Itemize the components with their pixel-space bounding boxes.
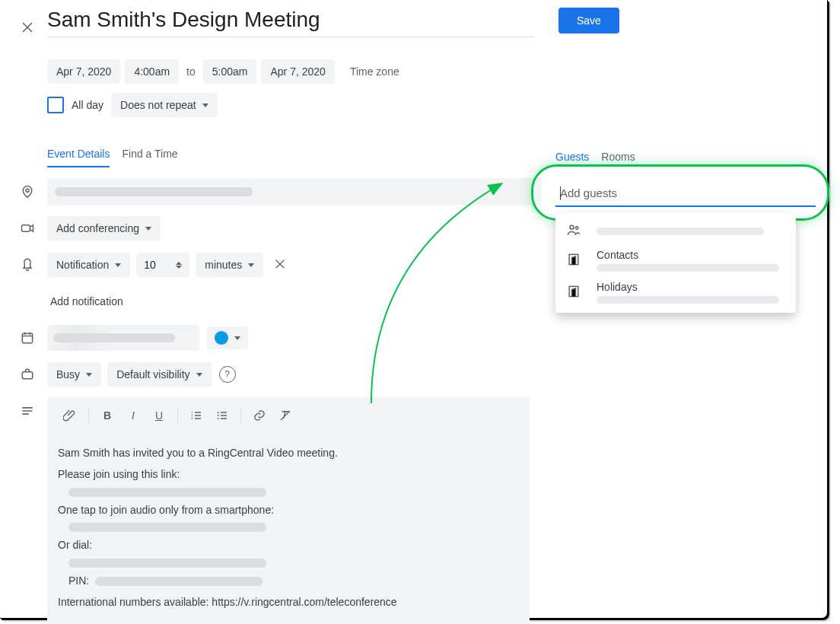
briefcase-icon xyxy=(14,361,41,388)
room-icon xyxy=(566,252,584,269)
svg-point-8 xyxy=(218,415,219,416)
italic-button[interactable]: I xyxy=(121,403,145,428)
svg-rect-3 xyxy=(22,372,32,379)
calendar-icon xyxy=(14,324,41,352)
chevron-down-icon xyxy=(234,336,240,340)
svg-point-10 xyxy=(570,225,574,229)
location-input[interactable] xyxy=(47,178,542,205)
bulleted-list-button[interactable] xyxy=(210,403,234,428)
desc-line: International numbers available: https:/… xyxy=(58,594,519,610)
event-title-input[interactable]: Sam Smith's Design Meeting xyxy=(47,8,534,37)
remove-notification-button[interactable] xyxy=(269,253,291,277)
start-time-field[interactable]: 4:00am xyxy=(125,59,179,84)
desc-line: Please join using this link: xyxy=(58,466,519,482)
timezone-link[interactable]: Time zone xyxy=(350,65,399,78)
end-date-field[interactable]: Apr 7, 2020 xyxy=(261,59,334,84)
event-color-select[interactable] xyxy=(207,326,248,349)
guest-suggestions-dropdown: Contacts Holidays xyxy=(555,213,796,313)
add-guests-input[interactable] xyxy=(555,180,816,207)
availability-label: Busy xyxy=(56,368,80,380)
suggestion-label: Contacts xyxy=(597,249,785,261)
suggestion-item[interactable]: Holidays xyxy=(555,276,796,308)
end-time-field[interactable]: 5:00am xyxy=(203,59,257,84)
close-button[interactable] xyxy=(12,12,43,43)
pin-label: PIN: xyxy=(68,575,89,587)
svg-point-0 xyxy=(26,189,29,192)
start-date-field[interactable]: Apr 7, 2020 xyxy=(47,59,120,84)
desc-line: Or dial: xyxy=(58,536,519,553)
notification-value-stepper[interactable]: 10 xyxy=(136,253,189,277)
location-icon xyxy=(14,178,41,205)
recurrence-label: Does not repeat xyxy=(120,99,196,111)
suggestion-item[interactable] xyxy=(555,218,796,244)
numbered-list-button[interactable]: 123 xyxy=(184,403,208,428)
stepper-arrows xyxy=(176,262,182,269)
visibility-select[interactable]: Default visibility xyxy=(107,362,211,387)
add-conferencing-label: Add conferencing xyxy=(56,222,139,234)
add-conferencing-select[interactable]: Add conferencing xyxy=(47,216,161,240)
suggestion-label: Holidays xyxy=(597,281,785,293)
text-cursor xyxy=(560,186,561,200)
all-day-label: All day xyxy=(72,99,103,111)
notification-unit-label: minutes xyxy=(205,259,242,271)
visibility-label: Default visibility xyxy=(116,368,189,380)
chevron-down-icon xyxy=(115,263,121,267)
chevron-down-icon xyxy=(145,227,151,231)
video-icon xyxy=(14,215,41,242)
notification-value: 10 xyxy=(144,259,156,271)
underline-button[interactable]: U xyxy=(147,403,171,428)
notification-type-select[interactable]: Notification xyxy=(47,253,130,277)
svg-rect-2 xyxy=(22,333,32,343)
recurrence-select[interactable]: Does not repeat xyxy=(111,93,218,117)
chevron-down-icon xyxy=(196,373,202,377)
tab-guests[interactable]: Guests xyxy=(555,146,589,167)
event-color-swatch xyxy=(215,331,228,345)
link-button[interactable] xyxy=(247,403,272,428)
chevron-down-icon xyxy=(248,263,254,267)
svg-rect-1 xyxy=(22,225,30,231)
calendar-select[interactable] xyxy=(47,325,199,351)
notification-type-label: Notification xyxy=(56,259,109,271)
description-content[interactable]: Sam Smith has invited you to a RingCentr… xyxy=(47,434,530,624)
description-icon xyxy=(14,397,41,425)
tab-find-time[interactable]: Find a Time xyxy=(122,142,177,167)
description-editor[interactable]: B I U 123 xyxy=(47,397,530,624)
chevron-down-icon xyxy=(202,103,208,107)
spacer xyxy=(14,288,41,315)
all-day-checkbox[interactable] xyxy=(47,97,64,113)
save-button[interactable]: Save xyxy=(558,8,619,33)
svg-point-7 xyxy=(218,412,219,413)
notification-unit-select[interactable]: minutes xyxy=(196,253,263,277)
desc-line: PIN: xyxy=(68,572,519,589)
suggestion-item[interactable]: Contacts xyxy=(555,244,796,276)
bold-button[interactable]: B xyxy=(95,403,119,428)
clear-formatting-button[interactable] xyxy=(273,403,298,428)
availability-select[interactable]: Busy xyxy=(47,362,101,387)
to-label: to xyxy=(186,65,196,78)
bell-icon xyxy=(14,251,41,279)
svg-point-9 xyxy=(218,418,219,419)
tab-event-details[interactable]: Event Details xyxy=(47,142,110,167)
svg-text:3: 3 xyxy=(191,416,193,420)
add-notification-link[interactable]: Add notification xyxy=(47,289,123,314)
help-icon[interactable]: ? xyxy=(219,366,236,383)
desc-line: One tap to join audio only from a smartp… xyxy=(58,501,519,518)
attach-file-button[interactable] xyxy=(58,403,82,428)
people-icon xyxy=(566,222,584,240)
svg-point-11 xyxy=(576,227,578,229)
room-icon xyxy=(566,284,584,301)
desc-line: Sam Smith has invited you to a RingCentr… xyxy=(58,444,519,461)
tab-rooms[interactable]: Rooms xyxy=(601,146,635,167)
chevron-down-icon xyxy=(86,373,92,377)
